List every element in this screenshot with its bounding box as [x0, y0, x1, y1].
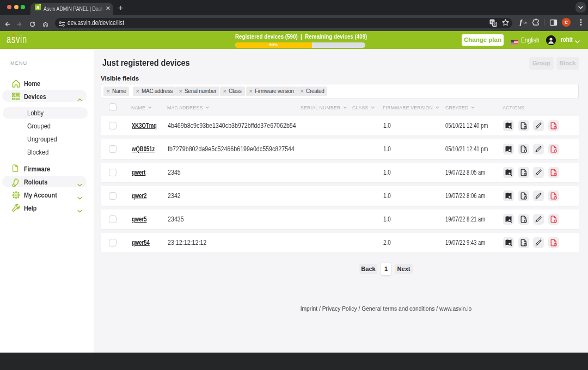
svg-text:文: 文 [493, 22, 497, 26]
